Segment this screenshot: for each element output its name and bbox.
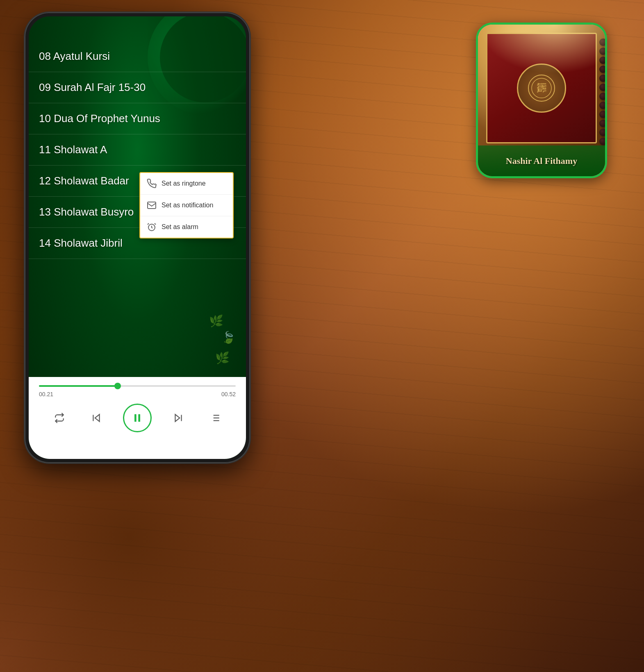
alarm-icon <box>147 222 157 232</box>
menu-item-alarm[interactable]: Set as alarm <box>140 216 233 238</box>
quran-cover: ﷽ <box>486 33 597 143</box>
track-title-10: 10 Dua Of Prophet Yunus <box>39 112 160 125</box>
progress-track[interactable] <box>39 385 236 387</box>
current-time: 00.21 <box>39 391 53 397</box>
time-labels: 00.21 00.52 <box>29 389 246 400</box>
progress-fill <box>39 385 118 387</box>
notification-label: Set as notification <box>162 202 213 209</box>
phone-screen: 🌿 🌿 🍃 08 Ayatul Kursi 09 Surah Al Fajr 1… <box>29 16 246 459</box>
play-pause-button[interactable] <box>123 404 152 432</box>
phone-icon <box>147 179 157 188</box>
svg-marker-5 <box>95 414 100 421</box>
app-icon-title-bar: Nashir Al Fithamy <box>478 145 605 176</box>
menu-item-ringtone[interactable]: Set as ringtone <box>140 173 233 195</box>
progress-bar-container[interactable] <box>29 377 246 389</box>
track-title-12: 12 Sholawat Badar <box>39 175 129 187</box>
previous-button[interactable] <box>86 408 107 428</box>
svg-text:﷽: ﷽ <box>537 83 546 93</box>
phone-mockup: 🌿 🌿 🍃 08 Ayatul Kursi 09 Surah Al Fajr 1… <box>25 12 250 463</box>
alarm-label: Set as alarm <box>162 223 198 231</box>
svg-rect-7 <box>134 414 137 422</box>
player-area: 00.21 00.52 <box>29 377 246 459</box>
track-item-10[interactable]: 10 Dua Of Prophet Yunus <box>29 103 246 134</box>
playlist-button[interactable] <box>205 408 225 428</box>
ringtone-label: Set as ringtone <box>162 180 206 187</box>
track-item-09[interactable]: 09 Surah Al Fajr 15-30 <box>29 72 246 103</box>
track-title-09: 09 Surah Al Fajr 15-30 <box>39 81 146 93</box>
progress-thumb[interactable] <box>114 383 121 389</box>
app-icon-title-text: Nashir Al Fithamy <box>506 156 577 166</box>
next-button[interactable] <box>168 408 189 428</box>
svg-rect-3 <box>148 202 156 209</box>
svg-marker-9 <box>175 414 180 421</box>
track-title-13: 13 Sholawat Busyro <box>39 206 134 218</box>
menu-item-notification[interactable]: Set as notification <box>140 195 233 216</box>
svg-rect-8 <box>138 414 140 422</box>
app-icon[interactable]: ﷽ Nashir Al Fithamy <box>476 23 607 178</box>
track-title-11: 11 Sholawat A <box>39 143 107 156</box>
repeat-button[interactable] <box>49 408 70 428</box>
quran-emblem: ﷽ <box>517 64 566 113</box>
total-time: 00.52 <box>221 391 236 397</box>
context-menu: Set as ringtone Set as notification Set … <box>139 172 234 238</box>
track-title-08: 08 Ayatul Kursi <box>39 50 110 62</box>
track-item-08[interactable]: 08 Ayatul Kursi <box>29 41 246 72</box>
track-item-11[interactable]: 11 Sholawat A <box>29 134 246 166</box>
player-controls <box>29 400 246 436</box>
notification-icon <box>147 200 157 210</box>
track-title-14: 14 Sholawat Jibril <box>39 237 123 249</box>
